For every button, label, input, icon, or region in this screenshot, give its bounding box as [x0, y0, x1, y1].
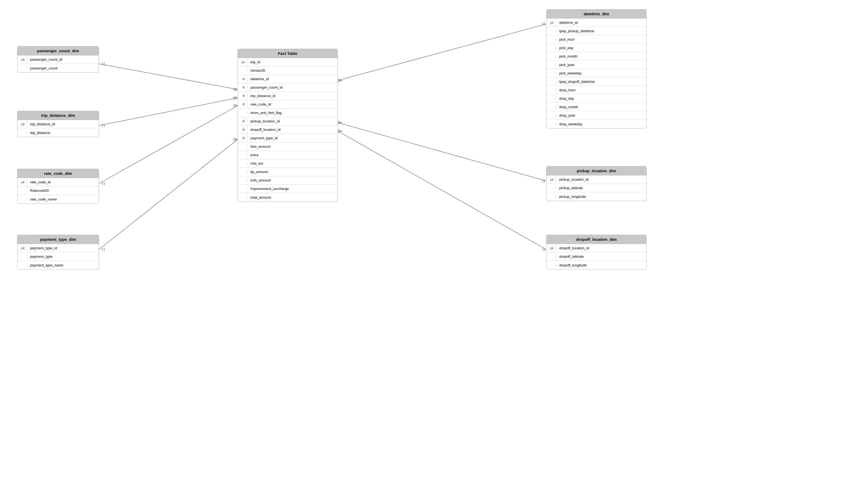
table-row: mta_tax [238, 159, 338, 168]
field-name: tip_amount [247, 168, 271, 175]
table-row: pick_month [547, 52, 646, 61]
table-row: VendorID [238, 66, 338, 75]
svg-line-12 [99, 106, 238, 184]
field-name: pick_month [556, 53, 581, 60]
field-name: improvement_surcharge [247, 185, 292, 192]
field-key [547, 89, 556, 92]
svg-line-22 [234, 139, 238, 141]
table-row: tpep_dropoff_datetime [547, 77, 646, 86]
table-row: improvement_surcharge [238, 185, 338, 193]
field-name: trip_id [247, 59, 264, 66]
field-name: pick_year [556, 61, 578, 68]
svg-line-31 [338, 121, 341, 123]
svg-line-18 [99, 139, 238, 250]
field-key [238, 196, 247, 199]
table-row: fkdatetime_id [238, 75, 338, 83]
field-name: drop_year [556, 112, 579, 119]
table-row: trip_distance [18, 128, 99, 137]
field-name: payment_type_name [27, 262, 66, 269]
field-key [18, 189, 27, 192]
field-name: drop_month [556, 103, 581, 110]
table-header-passenger_count_dim: passenger_count_dim [18, 46, 99, 55]
table-row: pickup_longitude [547, 192, 646, 201]
table-body-payment_type_dim: pkpayment_type_idpayment_typepayment_typ… [18, 244, 99, 269]
svg-line-32 [338, 123, 341, 124]
field-name: trip_distance_id [27, 121, 58, 128]
field-key [547, 46, 556, 50]
field-key [238, 69, 247, 72]
field-key [547, 63, 556, 66]
table-row: fkpassenger_count_id [238, 83, 338, 92]
field-name: tolls_amount [247, 177, 274, 184]
table-datetime_dim: datetime_dimpkdatetime_idtpep_pickup_dat… [546, 9, 647, 128]
field-key: pk [547, 19, 556, 26]
field-key [547, 30, 556, 33]
field-key [238, 187, 247, 190]
field-name: dropoff_location_id [247, 126, 284, 133]
table-fact_table: Fact Tablepktrip_idVendorIDfkdatetime_id… [238, 49, 338, 202]
table-row: pkdatetime_id [547, 19, 646, 27]
field-name: VendorID [247, 67, 269, 74]
table-body-fact_table: pktrip_idVendorIDfkdatetime_idfkpassenge… [238, 58, 338, 201]
field-name: passenger_count [27, 65, 61, 72]
table-row: fktrip_distance_id [238, 92, 338, 100]
table-row: drop_year [547, 111, 646, 120]
table-row: payment_type_name [18, 261, 99, 269]
table-header-pickup_location_dim: pickup_location_dim [547, 166, 646, 175]
field-name: drop_day [556, 95, 577, 102]
table-payment_type_dim: payment_type_dimpkpayment_type_idpayment… [17, 235, 99, 269]
table-row: fkdropoff_location_id [238, 126, 338, 134]
field-key [547, 122, 556, 126]
field-key [547, 80, 556, 83]
field-name: fare_amount [247, 143, 274, 150]
field-name: rate_code_id [247, 101, 274, 108]
svg-line-0 [99, 64, 238, 89]
svg-line-26 [338, 80, 341, 82]
svg-line-21 [234, 138, 238, 139]
svg-line-24 [338, 24, 546, 80]
table-rate_code_dim: rate_code_dimpkrate_code_idRatecodeIDrat… [17, 169, 99, 204]
field-key: fk [238, 101, 247, 108]
svg-line-25 [338, 79, 341, 80]
field-key: fk [238, 118, 247, 125]
table-row: fkpickup_location_id [238, 117, 338, 126]
field-name: pickup_location_id [556, 176, 592, 183]
table-row: RatecodeID [18, 187, 99, 195]
field-key [547, 187, 556, 190]
field-name: store_and_fwd_flag [247, 109, 285, 116]
table-row: drop_month [547, 103, 646, 111]
field-key [238, 111, 247, 115]
svg-line-36 [338, 131, 546, 250]
field-key [18, 263, 27, 267]
svg-line-9 [234, 96, 238, 98]
field-name: datetime_id [247, 75, 272, 83]
field-name: dropoff_longitude [556, 262, 590, 269]
table-dropoff_location_dim: dropoff_location_dimpkdropoff_location_i… [546, 235, 647, 269]
svg-line-4 [234, 89, 238, 91]
table-row: pick_day [547, 44, 646, 52]
field-key: fk [238, 84, 247, 91]
field-key: pk [18, 121, 27, 128]
field-key [18, 198, 27, 201]
table-row: drop_weekday [547, 120, 646, 128]
field-key [238, 170, 247, 173]
field-name: extra [247, 152, 261, 159]
table-row: dropoff_latitude [547, 252, 646, 261]
field-name: drop_weekday [556, 121, 586, 128]
field-name: passenger_count_id [27, 56, 65, 63]
table-header-trip_distance_dim: trip_distance_dim [18, 111, 99, 120]
table-header-dropoff_location_dim: dropoff_location_dim [547, 235, 646, 244]
field-key [547, 263, 556, 267]
field-key: fk [238, 76, 247, 83]
table-passenger_count_dim: passenger_count_dimpkpassenger_count_idp… [17, 46, 99, 72]
table-row: drop_day [547, 94, 646, 103]
table-row: passenger_count [18, 64, 99, 72]
field-key [238, 179, 247, 182]
field-key: pk [18, 245, 27, 252]
table-body-trip_distance_dim: pktrip_distance_idtrip_distance [18, 120, 99, 137]
field-key [547, 195, 556, 198]
field-key: pk [547, 176, 556, 183]
field-key [547, 38, 556, 41]
connector-lines [0, 0, 868, 489]
diagram-container: Fact Tablepktrip_idVendorIDfkdatetime_id… [0, 0, 868, 489]
